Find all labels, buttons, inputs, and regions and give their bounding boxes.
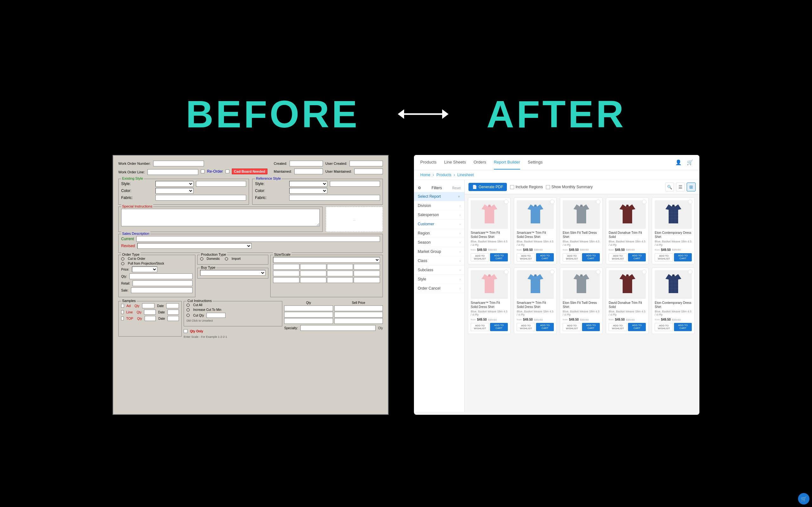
nav-line-sheets[interactable]: Line Sheets: [444, 155, 466, 170]
line-qty-input[interactable]: [144, 309, 155, 315]
cart-btn-10[interactable]: ADD TO CART: [674, 323, 692, 331]
wishlist-btn-1[interactable]: ADD TO WISHLIST: [471, 253, 489, 262]
size-9[interactable]: [273, 277, 299, 283]
size-10[interactable]: [300, 277, 326, 283]
breadcrumb-home[interactable]: Home: [420, 173, 430, 177]
qty-1[interactable]: [284, 305, 333, 311]
qty-3[interactable]: [284, 318, 333, 324]
product-checkbox-9[interactable]: [642, 270, 647, 274]
qty-only-checkbox[interactable]: [184, 329, 188, 333]
breadcrumb-linesheet[interactable]: Linesheet: [457, 173, 474, 177]
product-checkbox-10[interactable]: [688, 270, 693, 274]
generate-pdf-button[interactable]: 📄 Generate PDF: [468, 183, 507, 191]
product-checkbox-4[interactable]: [642, 200, 647, 204]
cart-btn-5[interactable]: ADD TO CART: [674, 253, 692, 262]
size-6[interactable]: [300, 271, 326, 276]
product-checkbox-1[interactable]: [504, 200, 508, 204]
cart-btn-7[interactable]: ADD TO CART: [536, 323, 554, 331]
cart-btn-3[interactable]: ADD TO CART: [582, 253, 600, 262]
reorder-checkbox[interactable]: [201, 170, 205, 173]
revised-select[interactable]: [137, 243, 252, 249]
sidebar-style[interactable]: Style ›: [414, 275, 464, 284]
special-instructions-input[interactable]: [121, 209, 320, 226]
include-regions-checkbox[interactable]: [510, 185, 514, 189]
sell-2[interactable]: [334, 312, 383, 318]
wishlist-btn-9[interactable]: ADD TO WISHLIST: [609, 323, 627, 331]
reset-button[interactable]: Reset: [452, 186, 461, 190]
line-checkbox[interactable]: [121, 310, 124, 314]
top-qty-input[interactable]: [145, 316, 156, 321]
wishlist-btn-4[interactable]: ADD TO WISHLIST: [609, 253, 627, 262]
size-8[interactable]: [354, 271, 380, 276]
list-view-button[interactable]: ☰: [676, 182, 685, 191]
size-11[interactable]: [327, 277, 353, 283]
size-5[interactable]: [273, 271, 299, 276]
cart-btn-6[interactable]: ADD TO CART: [490, 323, 508, 331]
cart-icon[interactable]: 🛒: [687, 159, 693, 165]
nav-products[interactable]: Products: [420, 155, 437, 170]
work-order-line-input[interactable]: [148, 169, 198, 175]
style-select[interactable]: [155, 181, 194, 187]
wishlist-btn-10[interactable]: ADD TO WISHLIST: [655, 323, 673, 331]
qty-input[interactable]: [130, 274, 192, 279]
sidebar-season[interactable]: Season ›: [414, 238, 464, 247]
cut-qty-input[interactable]: [206, 313, 225, 318]
product-checkbox-2[interactable]: [550, 200, 554, 204]
increase-cut-radio[interactable]: [187, 308, 190, 312]
user-maintained-input[interactable]: [354, 169, 383, 174]
wishlist-btn-8[interactable]: ADD TO WISHLIST: [563, 323, 581, 331]
color-select[interactable]: [155, 188, 194, 193]
size-2[interactable]: [300, 264, 326, 270]
line-date-input[interactable]: [167, 309, 179, 315]
pull-from-radio[interactable]: [121, 262, 124, 265]
size-7[interactable]: [327, 271, 353, 276]
cart-btn-9[interactable]: ADD TO CART: [628, 323, 646, 331]
wishlist-btn-5[interactable]: ADD TO WISHLIST: [655, 253, 673, 262]
style-input[interactable]: [196, 181, 246, 187]
sale-input[interactable]: [131, 287, 193, 293]
nav-settings[interactable]: Settings: [528, 155, 543, 170]
size-scale-select[interactable]: [273, 257, 380, 263]
ref-color-select[interactable]: [289, 188, 327, 193]
cart-btn-4[interactable]: ADD TO CART: [628, 253, 646, 262]
cart-btn-8[interactable]: ADD TO CART: [582, 323, 600, 331]
cad-board-checkbox[interactable]: [225, 170, 229, 173]
current-input[interactable]: [136, 236, 380, 242]
import-radio[interactable]: [225, 257, 228, 261]
nav-orders[interactable]: Orders: [473, 155, 486, 170]
search-button[interactable]: 🔍: [665, 182, 674, 191]
show-monthly-checkbox[interactable]: [546, 185, 550, 189]
breadcrumb-products[interactable]: Products: [437, 173, 451, 177]
sidebar-customer[interactable]: Customer ›: [414, 220, 464, 229]
wishlist-btn-2[interactable]: ADD TO WISHLIST: [517, 253, 535, 262]
fabric-input[interactable]: [155, 195, 246, 201]
wishlist-btn-3[interactable]: ADD TO WISHLIST: [563, 253, 581, 262]
buy-type-select[interactable]: [200, 270, 266, 276]
top-date-input[interactable]: [167, 316, 179, 321]
price-select[interactable]: [132, 267, 157, 272]
size-12[interactable]: [354, 277, 380, 283]
user-created-input[interactable]: [350, 161, 383, 166]
sidebar-market-group[interactable]: Market Group ›: [414, 247, 464, 257]
sidebar-subclass[interactable]: Subclass ›: [414, 266, 464, 275]
cut-to-order-radio[interactable]: [121, 257, 124, 261]
qty-2[interactable]: [284, 312, 333, 318]
sidebar-select-report[interactable]: Select Report ▼: [414, 192, 464, 201]
cut-all-radio[interactable]: [187, 303, 190, 307]
sidebar-order-cancel[interactable]: Order Cancel ›: [414, 284, 464, 293]
specialty-input[interactable]: [300, 325, 375, 331]
size-3[interactable]: [327, 264, 353, 270]
size-4[interactable]: [354, 264, 380, 270]
sidebar-salesperson[interactable]: Salesperson ›: [414, 210, 464, 220]
grid-view-button[interactable]: ⊞: [687, 182, 696, 191]
sidebar-class[interactable]: Class ›: [414, 257, 464, 266]
cart-btn-1[interactable]: ADD TO CART: [490, 253, 508, 262]
ref-style-select[interactable]: [289, 181, 327, 187]
sidebar-region[interactable]: Region ›: [414, 229, 464, 238]
retail-input[interactable]: [133, 280, 192, 286]
size-1[interactable]: [273, 264, 299, 270]
product-checkbox-5[interactable]: [688, 200, 693, 204]
cut-qty-radio[interactable]: [187, 314, 190, 317]
ad-checkbox[interactable]: [121, 304, 124, 308]
maintained-input[interactable]: [294, 169, 323, 174]
